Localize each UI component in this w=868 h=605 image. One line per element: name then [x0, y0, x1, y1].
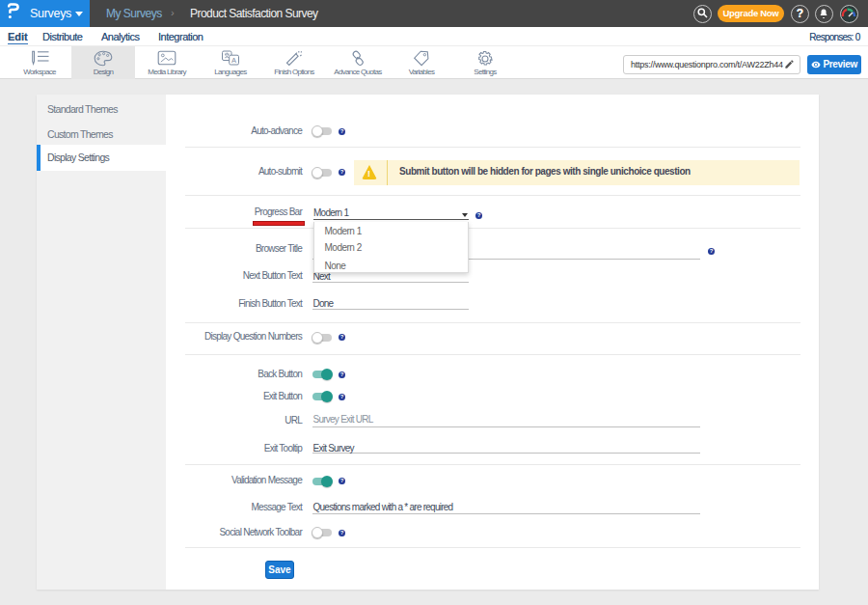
svg-text:A: A: [231, 56, 236, 65]
